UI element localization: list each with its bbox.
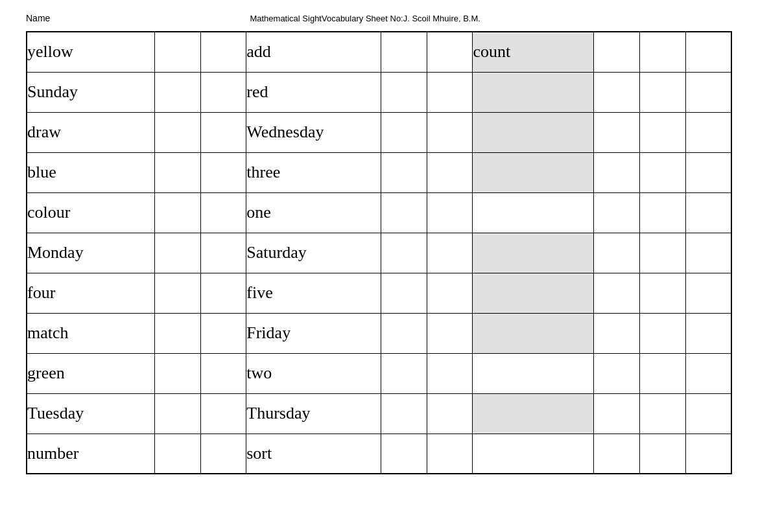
word-cell-2: five (246, 273, 381, 313)
practice-cell (154, 434, 200, 474)
practice-cell (200, 353, 246, 393)
practice-cell (427, 353, 473, 393)
word-cell-3 (473, 273, 594, 313)
word-cell-1: draw (27, 112, 154, 152)
table-row: colourone (27, 192, 731, 233)
practice-cell (594, 313, 640, 353)
practice-cell (685, 233, 731, 273)
practice-cell (685, 192, 731, 233)
practice-cell (427, 273, 473, 313)
practice-cell (640, 233, 686, 273)
practice-cell (381, 434, 427, 474)
practice-cell (154, 72, 200, 112)
table-row: greentwo (27, 353, 731, 393)
practice-cell (594, 353, 640, 393)
practice-cell (154, 273, 200, 313)
word-cell-3 (473, 313, 594, 353)
practice-cell (640, 313, 686, 353)
word-cell-2: red (246, 72, 381, 112)
page-header: Name Mathematical SightVocabulary Sheet … (26, 13, 732, 23)
word-cell-1: Monday (27, 233, 154, 273)
practice-cell (640, 434, 686, 474)
table-row: yellowaddcount (27, 32, 731, 72)
practice-cell (381, 112, 427, 152)
word-cell-2: two (246, 353, 381, 393)
practice-cell (427, 233, 473, 273)
practice-cell (154, 233, 200, 273)
practice-cell (594, 434, 640, 474)
practice-cell (685, 313, 731, 353)
practice-cell (685, 393, 731, 434)
page-title: Mathematical SightVocabulary Sheet No:J.… (250, 14, 480, 23)
word-cell-2: sort (246, 434, 381, 474)
table-row: TuesdayThursday (27, 393, 731, 434)
word-cell-2: Friday (246, 313, 381, 353)
word-cell-3: count (473, 32, 594, 72)
practice-cell (200, 393, 246, 434)
practice-cell (685, 152, 731, 192)
word-cell-2: add (246, 32, 381, 72)
practice-cell (427, 152, 473, 192)
practice-cell (381, 152, 427, 192)
practice-cell (200, 313, 246, 353)
practice-cell (427, 192, 473, 233)
word-cell-2: Thursday (246, 393, 381, 434)
practice-cell (594, 233, 640, 273)
practice-cell (154, 192, 200, 233)
practice-cell (640, 353, 686, 393)
word-cell-3 (473, 192, 594, 233)
practice-cell (381, 393, 427, 434)
practice-cell (200, 273, 246, 313)
practice-cell (381, 273, 427, 313)
table-row: Sundayred (27, 72, 731, 112)
table-row: drawWednesday (27, 112, 731, 152)
practice-cell (594, 393, 640, 434)
practice-cell (594, 72, 640, 112)
practice-cell (200, 434, 246, 474)
practice-cell (427, 112, 473, 152)
practice-cell (594, 273, 640, 313)
practice-cell (594, 32, 640, 72)
name-label: Name (26, 13, 50, 23)
practice-cell (381, 233, 427, 273)
practice-cell (640, 152, 686, 192)
table-row: fourfive (27, 273, 731, 313)
word-cell-3 (473, 72, 594, 112)
practice-cell (154, 313, 200, 353)
word-cell-1: yellow (27, 32, 154, 72)
practice-cell (427, 32, 473, 72)
practice-cell (640, 192, 686, 233)
practice-cell (685, 32, 731, 72)
practice-cell (685, 72, 731, 112)
practice-cell (381, 72, 427, 112)
practice-cell (640, 273, 686, 313)
word-cell-3 (473, 434, 594, 474)
practice-cell (200, 192, 246, 233)
word-cell-3 (473, 152, 594, 192)
word-cell-1: match (27, 313, 154, 353)
vocabulary-table: yellowaddcountSundayreddrawWednesdayblue… (26, 31, 732, 474)
word-cell-3 (473, 393, 594, 434)
word-cell-3 (473, 233, 594, 273)
table-row: matchFriday (27, 313, 731, 353)
practice-cell (427, 434, 473, 474)
practice-cell (685, 273, 731, 313)
practice-cell (427, 313, 473, 353)
word-cell-1: four (27, 273, 154, 313)
table-row: MondaySaturday (27, 233, 731, 273)
table-row: numbersort (27, 434, 731, 474)
word-cell-1: number (27, 434, 154, 474)
practice-cell (200, 72, 246, 112)
word-cell-1: colour (27, 192, 154, 233)
practice-cell (594, 192, 640, 233)
table-row: bluethree (27, 152, 731, 192)
word-cell-1: Tuesday (27, 393, 154, 434)
word-cell-1: Sunday (27, 72, 154, 112)
practice-cell (685, 112, 731, 152)
practice-cell (154, 112, 200, 152)
practice-cell (427, 393, 473, 434)
practice-cell (640, 72, 686, 112)
word-cell-3 (473, 353, 594, 393)
practice-cell (200, 32, 246, 72)
practice-cell (200, 152, 246, 192)
